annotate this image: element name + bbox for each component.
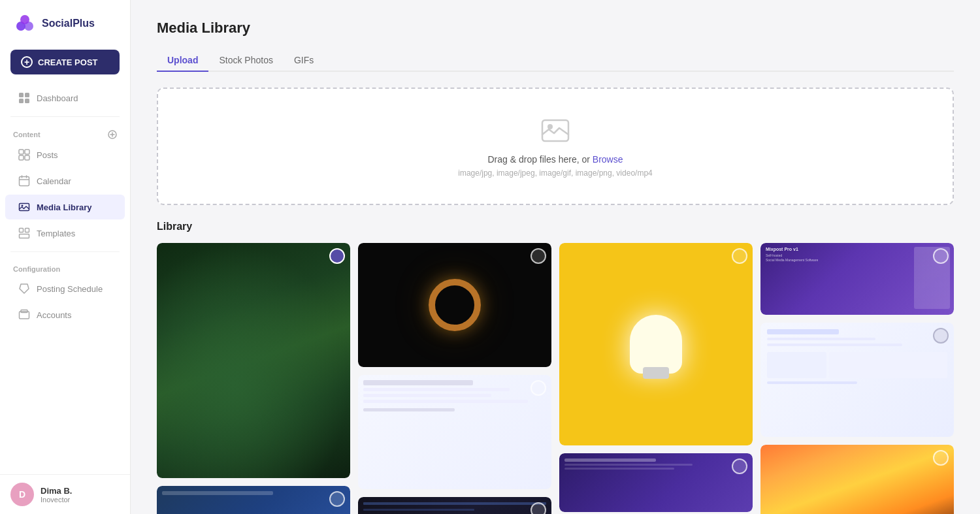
media-item-ui-1[interactable]: [358, 375, 551, 489]
posting-schedule-label: Posting Schedule: [37, 284, 103, 294]
app-name: SocialPlus: [42, 18, 95, 29]
svg-rect-11: [25, 150, 29, 154]
svg-rect-3: [19, 93, 24, 97]
svg-marker-23: [20, 284, 29, 293]
select-circle-ui-1[interactable]: [531, 380, 546, 396]
svg-rect-14: [20, 177, 29, 186]
media-col-3: [559, 243, 753, 514]
svg-rect-5: [19, 99, 24, 103]
accounts-label: Accounts: [37, 310, 71, 320]
svg-rect-12: [19, 155, 24, 160]
sidebar-item-calendar[interactable]: Calendar: [5, 169, 125, 193]
add-content-icon[interactable]: [108, 130, 117, 139]
tabs-bar: Upload Stock Photos GIFs: [157, 50, 954, 72]
media-col-2: [358, 243, 551, 514]
svg-rect-21: [25, 229, 29, 233]
library-title: Library: [157, 221, 954, 233]
upload-image-icon: [540, 115, 571, 146]
select-circle-dark-editor[interactable]: [531, 502, 546, 514]
tab-upload[interactable]: Upload: [157, 50, 208, 72]
media-item-ring[interactable]: [358, 243, 551, 367]
configuration-section-label: Configuration: [0, 257, 130, 276]
dashboard-label: Dashboard: [37, 93, 78, 103]
user-name: Dima B.: [41, 486, 72, 496]
svg-rect-4: [25, 93, 29, 97]
select-circle-blue-ui[interactable]: [329, 491, 345, 507]
select-circle-sunset[interactable]: [933, 450, 949, 466]
upload-drag-text: Drag & drop files here, or Browse: [488, 154, 623, 165]
media-col-1: [157, 243, 350, 514]
sidebar-item-media-library[interactable]: Media Library: [5, 195, 125, 219]
select-circle-ring[interactable]: [531, 248, 546, 264]
tab-stock-photos[interactable]: Stock Photos: [208, 50, 284, 72]
media-library-label: Media Library: [37, 202, 92, 212]
templates-icon: [18, 227, 30, 239]
templates-label: Templates: [37, 229, 75, 238]
sidebar-item-accounts[interactable]: Accounts: [5, 302, 125, 327]
user-profile[interactable]: D Dima B. Inovector: [0, 474, 130, 514]
sidebar-divider-2: [10, 251, 120, 252]
user-company: Inovector: [41, 496, 72, 504]
media-item-blue-ui[interactable]: [157, 486, 350, 514]
sidebar-item-posting-schedule[interactable]: Posting Schedule: [5, 276, 125, 301]
media-item-leaves[interactable]: [157, 243, 350, 478]
svg-point-27: [547, 124, 553, 129]
svg-rect-22: [20, 234, 29, 238]
select-circle-app[interactable]: [933, 248, 949, 264]
create-post-button[interactable]: + CREATE POST: [10, 50, 120, 74]
browse-link[interactable]: Browse: [593, 154, 623, 165]
calendar-label: Calendar: [37, 176, 71, 186]
media-item-sunset[interactable]: [760, 445, 954, 514]
content-section-label: Content: [0, 122, 130, 142]
upload-dropzone[interactable]: Drag & drop files here, or Browse image/…: [157, 88, 954, 205]
svg-rect-13: [25, 155, 29, 160]
svg-rect-10: [19, 150, 24, 154]
logo-icon: [13, 12, 37, 35]
svg-point-19: [22, 205, 24, 207]
svg-point-2: [20, 15, 29, 24]
avatar: D: [10, 483, 34, 506]
sidebar-item-posts[interactable]: Posts: [5, 142, 125, 167]
calendar-icon: [18, 175, 30, 187]
page-title: Media Library: [157, 20, 954, 37]
media-library-icon: [18, 201, 30, 213]
accounts-icon: [18, 309, 30, 321]
plus-circle-icon: +: [21, 56, 33, 68]
svg-rect-20: [20, 229, 24, 233]
media-item-app-screenshot[interactable]: Mixpost Pro v1 Self-hostedSocial Media M…: [760, 243, 954, 315]
media-item-dark-editor[interactable]: [358, 497, 551, 514]
sidebar-divider-1: [10, 116, 120, 117]
posts-icon: [18, 149, 30, 161]
media-col-4: Mixpost Pro v1 Self-hostedSocial Media M…: [760, 243, 954, 514]
select-circle-leaves[interactable]: [329, 248, 345, 264]
select-circle-bulb[interactable]: [732, 248, 747, 264]
media-library-grid: Mixpost Pro v1 Self-hostedSocial Media M…: [157, 243, 954, 514]
dashboard-icon: [18, 92, 30, 104]
svg-rect-6: [25, 99, 29, 103]
schedule-icon: [18, 283, 30, 295]
sidebar-item-templates[interactable]: Templates: [5, 221, 125, 246]
posts-label: Posts: [37, 150, 58, 160]
media-item-dashboard-light[interactable]: [760, 323, 954, 437]
sidebar: SocialPlus + CREATE POST Dashboard Conte…: [0, 0, 131, 514]
media-item-bulb[interactable]: [559, 243, 753, 445]
logo-area: SocialPlus: [0, 0, 130, 47]
select-circle-dashboard[interactable]: [933, 328, 949, 344]
sidebar-item-dashboard[interactable]: Dashboard: [5, 86, 125, 110]
upload-formats: image/jpg, image/jpeg, image/gif, image/…: [458, 169, 653, 178]
main-content: Media Library Upload Stock Photos GIFs D…: [131, 0, 980, 514]
media-item-analytics[interactable]: [559, 453, 753, 512]
tab-gifs[interactable]: GIFs: [284, 50, 324, 72]
select-circle-analytics[interactable]: [732, 458, 747, 474]
